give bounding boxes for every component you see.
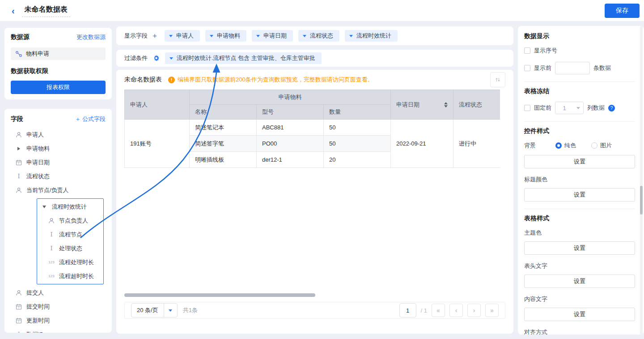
- background-set-button[interactable]: 设置: [524, 155, 635, 168]
- field-item[interactable]: 提交人: [11, 286, 106, 300]
- text-icon: I: [48, 231, 55, 238]
- col-header-name[interactable]: 名称: [190, 105, 257, 120]
- field-item[interactable]: 申请人: [11, 128, 106, 142]
- field-item[interactable]: 节点负责人: [37, 214, 103, 227]
- field-label: 申请物料: [26, 145, 50, 153]
- calendar-icon: 7: [15, 318, 22, 324]
- chevron-down-icon[interactable]: [349, 35, 353, 37]
- page-title[interactable]: 未命名数据表: [22, 4, 70, 17]
- theme-color-set-button[interactable]: 设置: [524, 241, 635, 255]
- field-item[interactable]: I 流程节点: [37, 227, 103, 241]
- chevron-down-icon[interactable]: [256, 35, 260, 37]
- chevron-down-icon[interactable]: [303, 35, 306, 37]
- image-label: 图片: [600, 142, 612, 150]
- field-label: 提交时间: [26, 303, 50, 311]
- field-label: 流程超时时长: [59, 272, 94, 280]
- show-first-label: 显示前: [534, 64, 551, 72]
- datasource-name: 物料申请: [26, 50, 49, 58]
- report-permission-button[interactable]: 报表权限: [11, 81, 106, 94]
- next-page-button[interactable]: ›: [467, 304, 481, 317]
- prev-page-button[interactable]: ‹: [449, 304, 463, 317]
- chevron-down-icon[interactable]: [210, 35, 213, 37]
- field-item[interactable]: I 流程状态: [11, 169, 106, 183]
- caret-right-icon[interactable]: [15, 147, 22, 150]
- calendar-icon: 7: [15, 159, 22, 166]
- show-index-checkbox[interactable]: [524, 47, 530, 54]
- gear-icon[interactable]: [153, 55, 160, 62]
- chevron-down-icon[interactable]: [169, 57, 173, 60]
- add-field-icon[interactable]: ＋: [151, 31, 158, 41]
- vertical-scrollbar[interactable]: [640, 26, 643, 335]
- field-item[interactable]: I 处理状态: [37, 241, 103, 255]
- chevron-down-icon[interactable]: [573, 107, 583, 109]
- field-chip[interactable]: 申请日期: [252, 30, 293, 42]
- sort-toggle-icon[interactable]: [444, 102, 448, 107]
- field-chip[interactable]: 申请物料: [205, 30, 246, 42]
- field-chip[interactable]: 流程时效统计: [345, 30, 398, 42]
- page-size-select[interactable]: 20 条/页: [131, 303, 178, 318]
- horizontal-scrollbar[interactable]: [124, 293, 315, 297]
- user-icon: [15, 290, 22, 296]
- solid-color-radio[interactable]: [555, 142, 562, 149]
- show-first-checkbox[interactable]: [524, 65, 530, 71]
- field-item[interactable]: 申请物料: [11, 142, 106, 155]
- header-text-set-button[interactable]: 设置: [524, 275, 635, 288]
- col-header-applicant[interactable]: 申请人: [125, 90, 190, 120]
- field-label: 当前节点/负责人: [26, 186, 69, 194]
- freeze-checkbox[interactable]: [524, 105, 530, 111]
- field-group-header[interactable]: 流程时效统计: [37, 200, 103, 214]
- svg-text:7: 7: [18, 162, 20, 165]
- field-label: 处理状态: [59, 245, 82, 253]
- col-header-model[interactable]: 型号: [257, 105, 324, 120]
- chip-label: 申请日期: [263, 32, 287, 40]
- col-header-date[interactable]: 申请日期: [391, 90, 453, 120]
- first-page-button[interactable]: «: [432, 304, 445, 317]
- field-item[interactable]: 7 申请日期: [11, 155, 106, 169]
- save-button[interactable]: 保存: [605, 4, 640, 18]
- last-page-button[interactable]: »: [485, 304, 499, 317]
- help-icon[interactable]: ?: [608, 105, 615, 112]
- data-table[interactable]: 申请人 申请物料 申请日期 流程状态 名称 型号 数量 191账号: [124, 90, 500, 168]
- formula-field-link[interactable]: ＋ 公式字段: [75, 115, 106, 123]
- col-header-qty[interactable]: 数量: [324, 105, 391, 120]
- field-label: 流程状态: [26, 172, 50, 180]
- field-item[interactable]: I 数据ID: [11, 327, 106, 333]
- cell-material-model: PO00: [257, 136, 324, 152]
- field-item[interactable]: 123 流程处理时长: [37, 255, 103, 269]
- datasource-heading: 数据源: [11, 33, 30, 41]
- field-item[interactable]: 7 提交时间: [11, 300, 106, 313]
- image-radio[interactable]: [591, 142, 597, 149]
- change-datasource-link[interactable]: 更改数据源: [76, 33, 106, 41]
- field-chip[interactable]: 流程状态: [298, 30, 339, 42]
- chevron-down-icon[interactable]: [164, 304, 177, 317]
- freeze-label: 固定前: [534, 104, 551, 112]
- field-label: 流程时效统计: [52, 203, 87, 211]
- title-color-set-button[interactable]: 设置: [524, 188, 635, 202]
- user-icon: [15, 132, 22, 138]
- svg-text:7: 7: [18, 320, 20, 323]
- scrollbar-thumb[interactable]: [640, 186, 643, 215]
- back-icon[interactable]: ‹: [12, 6, 15, 15]
- field-item[interactable]: 123 流程超时时长: [37, 269, 103, 283]
- freeze-count-select[interactable]: 1: [555, 102, 584, 114]
- field-chip[interactable]: 申请人: [165, 30, 200, 42]
- page-number-input[interactable]: [399, 303, 416, 318]
- flow-icon: [15, 51, 22, 57]
- field-item[interactable]: 7 更新时间: [11, 313, 106, 327]
- cell-status: 进行中: [453, 120, 500, 168]
- filter-condition-chip[interactable]: 流程时效统计.流程节点 包含 主管审批、仓库主管审批: [165, 52, 322, 64]
- col-header-status[interactable]: 流程状态: [453, 90, 500, 120]
- sort-order-button[interactable]: [490, 72, 505, 87]
- chevron-down-icon[interactable]: [169, 35, 173, 37]
- datasource-item[interactable]: 物料申请: [11, 47, 106, 60]
- data-display-heading: 数据显示: [524, 32, 635, 40]
- text-icon: I: [48, 245, 55, 252]
- field-item[interactable]: 当前节点/负责人: [11, 183, 106, 197]
- caret-down-icon[interactable]: [41, 206, 48, 208]
- content-text-set-button[interactable]: 设置: [524, 308, 635, 321]
- table-row[interactable]: 191账号 简述笔记本 ABC881 50 2022-09-21 进行中: [125, 120, 500, 136]
- field-label: 节点负责人: [59, 217, 88, 225]
- row-limit-input[interactable]: [555, 62, 590, 74]
- col-header-materials[interactable]: 申请物料: [190, 90, 391, 105]
- chip-label: 流程状态: [310, 32, 333, 40]
